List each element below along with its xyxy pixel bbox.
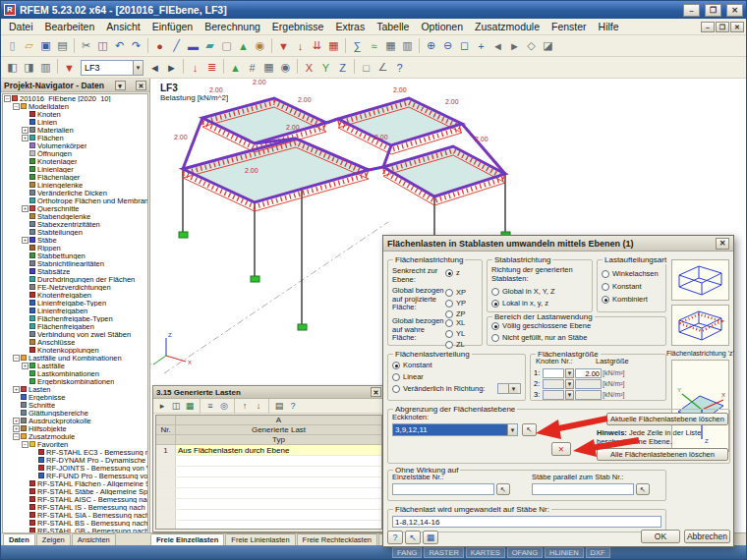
table-row-up-icon[interactable]: ↑ [238, 400, 252, 413]
dialog-close-button[interactable]: ✕ [716, 238, 729, 250]
load-case-list-icon[interactable]: ▼ [61, 59, 78, 77]
new-hinge-icon[interactable]: ◉ [252, 37, 268, 55]
tree-item[interactable]: Rippen [3, 244, 147, 252]
radio-linear[interactable]: Linear [392, 371, 424, 382]
table-row[interactable] [156, 499, 381, 510]
tree-item[interactable]: +Stäbe [3, 236, 147, 244]
tree-expander[interactable]: + [22, 135, 29, 141]
load-value-input[interactable] [575, 390, 602, 400]
tree-item[interactable]: Orthotrope Flächen und Membranen [3, 196, 147, 204]
new-surface-icon[interactable]: ▰ [201, 37, 218, 55]
corner-nodes-combo[interactable]: 3,9,12,11 ▼ [392, 423, 518, 436]
redo-icon[interactable]: ↷ [128, 37, 144, 55]
tree-expander[interactable]: − [13, 103, 20, 110]
nodal-load-icon[interactable]: ↓ [292, 37, 309, 55]
next-load-case-icon[interactable]: ► [163, 59, 180, 77]
tree-item[interactable]: Öffnungen [3, 149, 147, 157]
print-icon[interactable]: ▤ [54, 37, 71, 55]
table-row[interactable] [156, 456, 381, 467]
menu-item-tabelle[interactable]: Tabelle [371, 20, 415, 33]
next-view-icon[interactable]: ► [506, 37, 523, 55]
status-toggle-dxf[interactable]: DXF [586, 547, 610, 558]
previous-load-case-icon[interactable]: ◄ [146, 59, 163, 77]
single-members-input[interactable] [392, 483, 494, 495]
corner-nodes-dropdown[interactable]: ▼ [507, 424, 517, 435]
status-toggle-ofang[interactable]: OFANG [507, 547, 543, 558]
save-icon[interactable]: ▣ [37, 37, 54, 55]
parallel-members-input[interactable] [532, 483, 634, 495]
new-file-icon[interactable]: ▯ [4, 37, 21, 55]
new-member-icon[interactable]: ▬ [185, 37, 201, 55]
tree-item[interactable]: Linienfreigaben [3, 307, 147, 314]
tree-item[interactable]: Stabbettungen [3, 252, 147, 259]
zoom-window-icon[interactable]: ◻ [456, 37, 473, 55]
tree-item[interactable]: Durchdringungen der Flächen [3, 275, 147, 283]
tree-item[interactable]: Knotenlager [3, 157, 147, 165]
radio-local-xyz[interactable]: Lokal in x, y, z [491, 298, 548, 308]
tree-item[interactable]: Stabexzentrizitäten [3, 220, 147, 228]
table-jump-icon[interactable]: ▸ [155, 400, 169, 413]
mdi-close-button[interactable]: ✕ [730, 22, 744, 32]
calculation-icon[interactable]: ∑ [349, 37, 366, 55]
show-loads-icon[interactable]: ↓ [187, 59, 203, 77]
menu-item-optionen[interactable]: Optionen [415, 20, 469, 33]
table-help-icon[interactable]: ? [286, 400, 300, 413]
table-settings-icon[interactable]: ▤ [272, 400, 286, 413]
mdi-minimize-button[interactable]: – [701, 22, 715, 32]
radio-z[interactable]: z [445, 267, 460, 278]
dialog-details-button[interactable]: ▦ [423, 531, 438, 544]
radio-constant[interactable]: Konstant [392, 360, 432, 370]
tree-item[interactable]: RF-STAHL AISC - Bemessung nach AISC (... [3, 495, 147, 503]
status-toggle-kartes[interactable]: KARTES [466, 547, 505, 558]
table-tab[interactable]: Freie Rechtecklasten [297, 533, 377, 545]
radio-combined[interactable]: Kombiniert [602, 294, 648, 305]
delete-current-plane-button[interactable]: Aktuelle Flächenlastebene löschen [606, 413, 728, 425]
tree-expander[interactable]: − [4, 95, 11, 102]
tree-expander[interactable]: + [13, 418, 20, 424]
new-support-icon[interactable]: ▲ [235, 37, 252, 55]
status-toggle-raster[interactable]: RASTER [424, 547, 463, 558]
new-node-icon[interactable]: ● [151, 37, 168, 55]
tables-toggle-icon[interactable]: ◨ [21, 59, 37, 77]
tree-item[interactable]: Verbindung von zwei Stäben [3, 330, 147, 338]
tree-item[interactable]: Stabteilungen [3, 228, 147, 236]
tree-item[interactable]: RF-DYNAM Pro - Dynamische Analys... [3, 456, 147, 464]
tree-item[interactable]: Ergebnisse [3, 393, 147, 401]
table-search-icon[interactable]: ◎ [217, 400, 231, 413]
delete-plane-row-button[interactable]: ✕ [551, 442, 571, 456]
view-x-icon[interactable]: X [301, 59, 317, 77]
tree-item[interactable]: RF-STAHL Flächen - Allgemeine Spannun... [3, 479, 147, 487]
menu-item-einfügen[interactable]: Einfügen [146, 20, 199, 33]
tree-item[interactable]: −201016_FlEbene [2020_10] [3, 94, 147, 102]
measure-icon[interactable]: ∠ [374, 59, 391, 77]
navigator-tab-daten[interactable]: Daten [3, 533, 35, 545]
table-row[interactable] [156, 521, 381, 530]
navigator-toggle-icon[interactable]: ◧ [4, 59, 21, 77]
table-tab[interactable]: Freie Linienlasten [225, 533, 295, 545]
tree-item[interactable]: Stabsätze [3, 267, 147, 275]
navigator-close-button[interactable]: ✕ [136, 81, 146, 90]
dialog-titlebar[interactable]: Flächenlasten in Stablasten umwandeln mi… [383, 236, 733, 252]
tree-item[interactable]: Linien [3, 118, 147, 126]
tree-item[interactable]: RF-STAHL SIA - Bemessung nach SIA [3, 511, 147, 519]
zoom-in-icon[interactable]: ⊕ [423, 37, 439, 55]
tree-expander[interactable]: + [22, 363, 29, 369]
tree-item[interactable]: RF-STAHL BS - Bemessung nach BS [3, 519, 147, 527]
select-icon[interactable]: □ [358, 59, 374, 77]
dropdown-button[interactable]: ▼ [565, 390, 574, 400]
table-excel-icon[interactable]: ▦ [183, 400, 197, 413]
snap-icon[interactable]: ◉ [277, 59, 294, 77]
menu-item-extras[interactable]: Extras [329, 20, 371, 33]
results-icon[interactable]: ≈ [366, 37, 382, 55]
menu-item-datei[interactable]: Datei [3, 20, 39, 33]
show-supports-icon[interactable]: ▲ [227, 59, 244, 77]
undo-icon[interactable]: ↶ [111, 37, 128, 55]
radio-closed-plane[interactable]: Völlig geschlossene Ebene [491, 320, 591, 331]
tree-item[interactable]: Flächenfreigabe-Typen [3, 314, 147, 322]
tree-item[interactable]: Linienlager [3, 165, 147, 173]
load-value-input[interactable]: 2.00 [575, 368, 602, 378]
table-row[interactable] [156, 477, 381, 488]
help-icon[interactable]: ? [391, 59, 408, 77]
view-z-icon[interactable]: Z [334, 59, 351, 77]
node-number-input[interactable] [543, 368, 564, 378]
